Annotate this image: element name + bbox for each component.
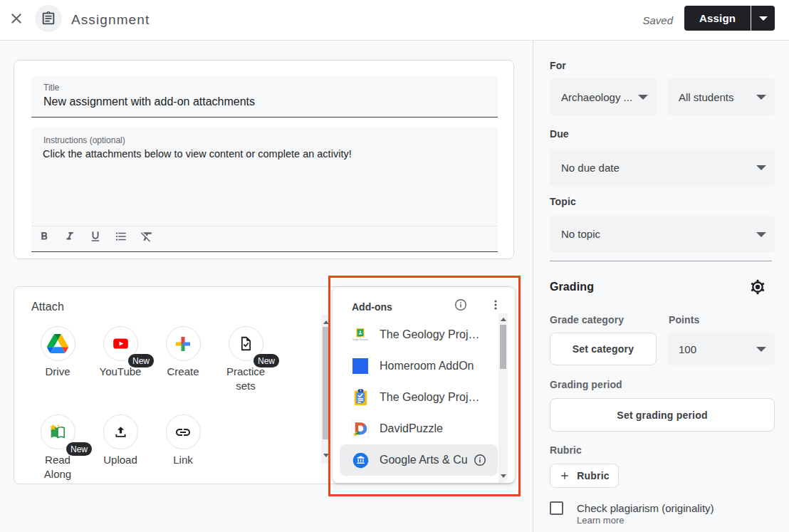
caret-down-icon — [638, 95, 648, 100]
attach-option-link[interactable]: Link — [160, 414, 206, 467]
title-field[interactable]: Title New assignment with add-on attachm… — [31, 76, 498, 118]
instructions-field-label: Instructions (optional) — [43, 135, 125, 145]
scrollbar-down-arrow-icon[interactable] — [323, 454, 329, 457]
upload-icon-circle — [103, 414, 138, 449]
italic-button[interactable] — [61, 228, 78, 245]
caret-down-icon — [756, 95, 766, 100]
info-icon — [454, 298, 468, 312]
assign-split-button: Assign — [684, 6, 775, 31]
upload-arrow-icon — [113, 424, 129, 440]
gear-icon — [749, 278, 766, 296]
add-on-name: Homeroom AddOn — [380, 360, 479, 372]
add-on-item-arts-and-culture[interactable]: Google Arts & Cu — [333, 444, 498, 476]
add-ons-info-button[interactable] — [454, 298, 468, 312]
instructions-field[interactable]: Instructions (optional) Click the attach… — [31, 127, 498, 252]
assign-button[interactable]: Assign — [684, 6, 751, 31]
grade-category-label: Grade category — [550, 314, 624, 325]
scrollbar-up-arrow-icon[interactable] — [501, 318, 506, 321]
due-label: Due — [550, 128, 569, 140]
attach-dialog-scrollbar[interactable] — [321, 315, 330, 464]
title-field-value[interactable]: New assignment with add-on attachments — [43, 95, 255, 108]
caret-down-icon — [756, 232, 766, 237]
bulleted-list-button[interactable] — [113, 228, 130, 245]
add-ons-heading: Add-ons — [352, 301, 392, 313]
add-on-item-geology-project-1[interactable]: Google Classroom The Geology Proj… — [333, 319, 498, 350]
davidpuzzle-icon — [351, 420, 370, 437]
formatting-toolbar — [31, 226, 498, 251]
add-ons-scrollbar[interactable] — [498, 313, 508, 483]
read-along-book-icon — [48, 422, 68, 442]
create-icon-circle — [166, 326, 201, 361]
points-select[interactable]: 100 — [667, 333, 775, 365]
attach-option-label: Read Along — [35, 453, 80, 481]
grading-period-label: Grading period — [550, 379, 622, 390]
add-on-name: DavidPuzzle — [380, 422, 479, 435]
points-select-value: 100 — [679, 343, 696, 355]
scrollbar-thumb[interactable] — [323, 327, 329, 439]
attach-option-label: Create — [152, 365, 214, 379]
link-icon-circle — [166, 414, 201, 449]
plagiarism-label: Check plagiarism (originality) — [577, 502, 714, 514]
add-ons-menu-button[interactable] — [489, 298, 502, 311]
attach-option-label: Drive — [26, 365, 89, 379]
topic-select-value: No topic — [561, 228, 600, 240]
underline-button[interactable] — [87, 228, 104, 245]
attach-option-youtube[interactable]: YouTube — [89, 326, 152, 379]
attach-option-create[interactable]: Create — [152, 326, 214, 379]
clear-formatting-icon — [140, 229, 154, 244]
scrollbar-down-arrow-icon[interactable] — [501, 474, 506, 478]
due-date-select[interactable]: No due date — [550, 149, 775, 186]
attach-option-label: Practice sets — [221, 365, 271, 393]
assignment-type-icon-circle — [35, 5, 62, 32]
add-on-item-geology-project-2[interactable]: The Geology Proj… — [333, 382, 498, 413]
google-drive-icon — [47, 334, 68, 353]
attach-option-label: Link — [160, 453, 206, 467]
add-rubric-button-label: Rubric — [577, 470, 610, 481]
assign-dropdown-button[interactable] — [751, 6, 775, 31]
plagiarism-checkbox[interactable] — [550, 501, 563, 515]
attach-option-label: Upload — [98, 453, 143, 467]
drive-icon-circle — [41, 326, 75, 361]
practice-sets-document-icon — [238, 335, 254, 352]
instructions-field-value[interactable]: Click the attachments below to view cont… — [43, 148, 352, 160]
new-badge-youtube: New — [128, 354, 154, 367]
students-select[interactable]: All students — [667, 78, 775, 115]
add-rubric-button[interactable]: Rubric — [550, 464, 619, 488]
scrollbar-up-arrow-icon[interactable] — [323, 320, 329, 324]
caret-down-icon — [756, 165, 766, 170]
assignment-editor-page: Assignment Saved Assign Title New assign… — [0, 0, 789, 532]
grading-settings-button[interactable] — [749, 278, 766, 296]
set-category-button[interactable]: Set category — [550, 333, 657, 365]
caret-down-icon — [756, 347, 766, 352]
info-icon — [473, 453, 487, 467]
clear-formatting-button[interactable] — [138, 228, 155, 245]
google-plus-icon — [174, 335, 192, 353]
scrollbar-thumb[interactable] — [500, 325, 506, 369]
topic-select[interactable]: No topic — [550, 216, 775, 252]
page-title: Assignment — [71, 0, 150, 40]
close-icon[interactable] — [8, 10, 25, 27]
sidebar-section-divider — [550, 261, 772, 261]
learn-more-link[interactable]: Learn more — [577, 515, 624, 526]
attach-option-upload[interactable]: Upload — [98, 414, 143, 467]
google-classroom-icon: Google Classroom — [351, 328, 370, 341]
add-on-name: Google Arts & Cu — [380, 454, 479, 466]
sidebar-separator — [533, 41, 533, 532]
add-on-item-davidpuzzle[interactable]: DavidPuzzle — [333, 413, 498, 444]
attach-heading: Attach — [31, 301, 64, 313]
class-select[interactable]: Archaeology ... — [550, 78, 657, 115]
blue-square-icon — [351, 358, 370, 374]
top-app-bar: Assignment Saved Assign — [0, 0, 789, 41]
bold-button[interactable] — [36, 228, 53, 245]
new-badge-practice-sets: New — [254, 354, 279, 367]
caret-down-icon — [759, 16, 768, 21]
bulleted-list-icon — [115, 230, 127, 243]
class-select-value: Archaeology ... — [561, 91, 632, 103]
underline-icon — [89, 230, 102, 243]
add-on-info-button[interactable] — [473, 453, 487, 467]
add-on-item-homeroom[interactable]: Homeroom AddOn — [333, 350, 498, 382]
attach-option-drive[interactable]: Drive — [26, 326, 89, 379]
add-on-name: The Geology Proj… — [380, 328, 479, 341]
set-grading-period-button[interactable]: Set grading period — [550, 398, 775, 432]
topic-label: Topic — [550, 196, 576, 207]
